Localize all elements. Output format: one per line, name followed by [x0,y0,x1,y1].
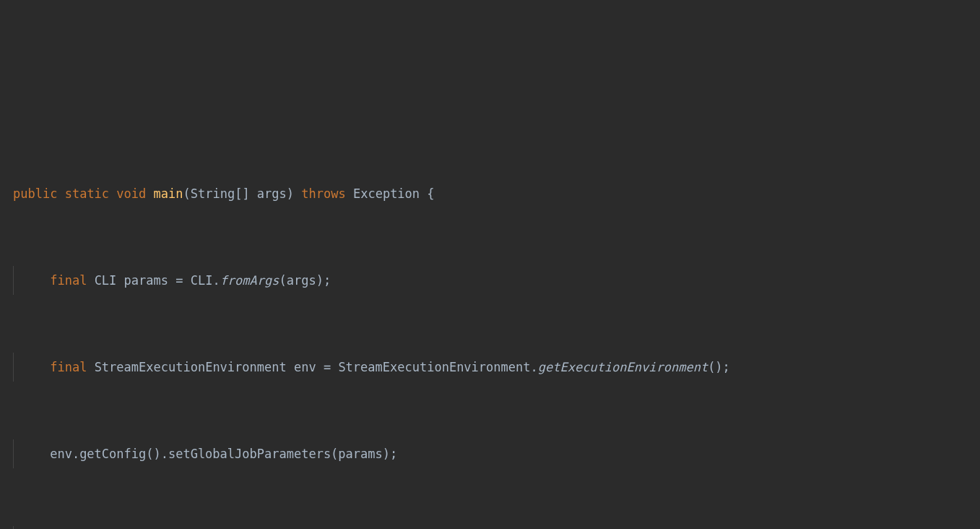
code-editor[interactable]: public static void main(String[] args) t… [13,121,980,529]
code-line: final StreamExecutionEnvironment env = S… [13,353,980,382]
keyword: public [13,186,57,201]
keyword: throws [301,186,345,201]
static-method: fromArgs [220,273,279,288]
code-text: CLI params = CLI. [95,273,220,288]
code-line: DataStream<String> text = env.fromElemen… [13,526,980,529]
code-text: Exception { [353,186,435,201]
code-line: public static void main(String[] args) t… [13,179,980,208]
code-line: env.getConfig().setGlobalJobParameters(p… [13,439,980,468]
keyword: void [116,186,146,201]
code-text: (String[] args) [183,186,295,201]
keyword: final [50,273,87,288]
code-text: StreamExecutionEnvironment env = StreamE… [95,360,538,374]
code-text: env.getConfig().setGlobalJobParameters(p… [50,447,397,461]
static-method: getExecutionEnvironment [538,360,708,374]
code-text: (args); [279,273,331,288]
method-name: main [154,186,183,201]
code-text: (); [708,360,730,374]
code-line: final CLI params = CLI.fromArgs(args); [13,266,980,295]
keyword: final [50,360,87,374]
keyword: static [65,186,109,201]
